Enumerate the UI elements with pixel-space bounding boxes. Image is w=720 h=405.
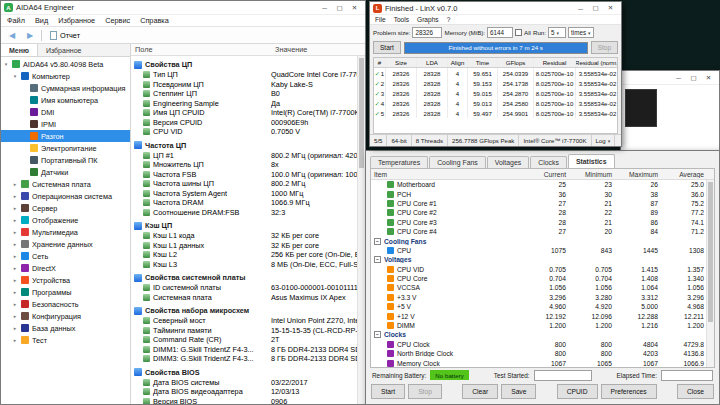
expander-icon[interactable]: ▸ <box>12 325 18 331</box>
sidebar-item-Компьютер[interactable]: ▾Компьютер <box>1 70 130 82</box>
field-row[interactable]: Северный мостIntel Union Point Z270, Int… <box>131 316 365 326</box>
minimize-icon[interactable]: ─ <box>573 3 588 14</box>
sidebar-item-Разгон[interactable]: Разгон <box>1 130 130 142</box>
field-row[interactable]: Степпинг ЦПB0 <box>131 89 365 99</box>
close-button[interactable]: Close <box>677 384 714 399</box>
menu-item-Сервис[interactable]: Сервис <box>105 16 130 25</box>
table-row[interactable]: ✓42832628328459.013254.25808.025700e-103… <box>374 98 617 108</box>
sidebar-item-Суммарная информация[interactable]: Суммарная информация <box>1 82 130 94</box>
statistics-row[interactable]: CPU Core #427208471.2 <box>371 227 714 236</box>
column-header-LDA[interactable]: LDA <box>417 58 448 67</box>
sidebar-item-DirectX[interactable]: ▸DirectX <box>1 262 130 274</box>
column-header-GFlops[interactable]: GFlops <box>498 58 534 67</box>
expander-icon[interactable]: ▸ <box>12 217 18 223</box>
stop-button[interactable]: Stop <box>408 384 442 399</box>
cpuid-button[interactable]: CPUID <box>557 384 598 399</box>
column-header-field[interactable]: Поле <box>131 44 271 55</box>
start-button[interactable]: Start <box>371 384 405 399</box>
menu-item-Graphs[interactable]: Graphs <box>417 16 439 23</box>
field-row[interactable]: Кэш L38 МБ (On-Die, ECC, Full-Speed) <box>131 260 365 270</box>
minimize-icon[interactable]: ─ <box>671 72 686 83</box>
statistics-row[interactable]: CPU Core #328218674.1 <box>371 218 714 227</box>
field-row[interactable]: Тайминги памяти15-15-15-35 (CL-RCD-RP-RA… <box>131 326 365 336</box>
sidebar-item-Конфигурация[interactable]: ▸Конфигурация <box>1 310 130 322</box>
expander-icon[interactable]: ▸ <box>12 241 18 247</box>
expander-icon[interactable]: ▸ <box>12 253 18 259</box>
sidebar-item-Имя компьютера[interactable]: Имя компьютера <box>1 94 130 106</box>
field-row[interactable]: Частота шины ЦП800.2 МГц <box>131 179 365 189</box>
sidebar-item-Отображение[interactable]: ▸Отображение <box>1 214 130 226</box>
field-row[interactable]: DIMM3: G.Skill TridentZ F4-3...8 ГБ DDR4… <box>131 354 365 364</box>
expander-icon[interactable]: ▸ <box>12 289 18 295</box>
expander-icon[interactable]: ▸ <box>12 181 18 187</box>
save-button[interactable]: Save <box>501 384 536 399</box>
forward-icon[interactable]: ▶ <box>23 29 37 42</box>
sidebar-item-Сеть[interactable]: ▸Сеть <box>1 250 130 262</box>
field-row[interactable]: Кэш L1 кода32 КБ per core <box>131 231 365 241</box>
column-header-item[interactable]: Item <box>371 171 530 178</box>
sidebar-item-Электропитание[interactable]: Электропитание <box>1 142 130 154</box>
statistics-row[interactable]: VCCSA1.0561.0561.0641.056 <box>371 283 714 292</box>
background-window[interactable]: ─ ▢ ✕ <box>620 70 720 155</box>
expander-icon[interactable]: ▸ <box>12 265 18 271</box>
preferences-button[interactable]: Preferences <box>601 384 657 399</box>
collapse-icon[interactable]: − <box>374 331 381 338</box>
sidebar-item-AIDA64 v5.80.4098 Beta[interactable]: ▾AIDA64 v5.80.4098 Beta <box>1 58 130 70</box>
statistics-row[interactable]: +12 V12.19212.09612.28812.211 <box>371 311 714 320</box>
tab-Clocks[interactable]: Clocks <box>530 156 567 168</box>
all-memory-checkbox[interactable] <box>515 29 522 36</box>
statistics-row[interactable]: +5 V4.9604.9205.0004.968 <box>371 302 714 311</box>
field-row[interactable]: Версия CPUID000906E9h <box>131 118 365 128</box>
field-row[interactable]: Версия BIOS0906 <box>131 397 365 405</box>
collapse-icon[interactable]: − <box>374 256 381 263</box>
column-header-#[interactable]: # <box>374 58 386 67</box>
clear-button[interactable]: Clear <box>462 384 498 399</box>
sidebar-item-Устройства[interactable]: ▸Устройства <box>1 274 130 286</box>
tab-Statistics[interactable]: Statistics <box>568 154 615 168</box>
statistics-row[interactable]: CPU VID0.7050.7051.4151.357 <box>371 265 714 274</box>
maximize-icon[interactable]: ▢ <box>686 72 701 83</box>
tab-Voltages[interactable]: Voltages <box>487 156 529 168</box>
aida64-titlebar[interactable]: A AIDA64 Engineer ─ ▢ ✕ <box>1 1 365 15</box>
back-icon[interactable]: ◀ <box>5 29 19 42</box>
problem-size-input[interactable]: 28326 <box>412 27 442 38</box>
memory-input[interactable]: 6144 <box>487 27 513 38</box>
column-header-Time[interactable]: Time <box>468 58 498 67</box>
statistics-row[interactable]: CPU107584314451308 <box>371 246 714 255</box>
expander-icon[interactable]: ▾ <box>12 73 18 79</box>
statistics-row[interactable]: CPU Core0.7040.7041.4081.340 <box>371 274 714 283</box>
expander-icon[interactable]: ▸ <box>12 337 18 343</box>
field-row[interactable]: Command Rate (CR)2T <box>131 335 365 345</box>
report-button[interactable]: Отчет <box>46 30 84 41</box>
menu-item-File[interactable]: File <box>375 16 386 23</box>
sidebar-item-Операционная система[interactable]: ▸Операционная система <box>1 190 130 202</box>
statistics-row[interactable]: CPU Core #228228977.2 <box>371 208 714 217</box>
content-scrollbar[interactable] <box>357 56 365 404</box>
sidebar-item-Системная плата[interactable]: ▸Системная плата <box>1 178 130 190</box>
run-count-select[interactable]: 5 <box>548 27 566 38</box>
field-row[interactable]: Псевдоним ЦПKaby Lake-S <box>131 80 365 90</box>
sidebar-tab-Меню[interactable]: Меню <box>1 44 38 56</box>
column-header-Size[interactable]: Size <box>386 58 417 67</box>
field-row[interactable]: Тип ЦПQuadCore Intel Core i7-7700K <box>131 70 365 80</box>
close-icon[interactable]: ✕ <box>603 3 618 14</box>
table-row[interactable]: ✓52832628328459.497254.99018.025700e-103… <box>374 108 617 118</box>
sidebar-item-Хранение данных[interactable]: ▸Хранение данных <box>1 238 130 250</box>
scrollbar-thumb[interactable] <box>359 58 364 168</box>
column-header-Residual (norm.)[interactable]: Residual (norm.) <box>576 58 618 67</box>
statistics-row[interactable]: CPU Core #127218775.2 <box>371 199 714 208</box>
statistics-row[interactable]: −Voltages <box>371 255 714 264</box>
field-row[interactable]: Частота DRAM1066.9 МГц <box>131 198 365 208</box>
field-row[interactable]: Множитель ЦП8x <box>131 160 365 170</box>
sidebar-item-Безопасность[interactable]: ▸Безопасность <box>1 298 130 310</box>
sidebar-item-DMI[interactable]: DMI <box>1 106 130 118</box>
column-header-value[interactable]: Значение <box>271 44 311 55</box>
statistics-row[interactable]: North Bridge Clock80080042034136.8 <box>371 349 714 358</box>
expander-icon[interactable]: ▸ <box>12 229 18 235</box>
run-units-select[interactable]: times <box>568 27 594 38</box>
linx-stop-button[interactable]: Stop <box>591 41 618 54</box>
linx-titlebar[interactable]: L Finished - LinX v0.7.0 ─ ▢ ✕ <box>370 2 621 15</box>
scrollbar-thumb[interactable] <box>708 182 713 322</box>
sidebar-item-IPMI[interactable]: IPMI <box>1 118 130 130</box>
status-segment-5[interactable]: Log <box>592 135 616 146</box>
